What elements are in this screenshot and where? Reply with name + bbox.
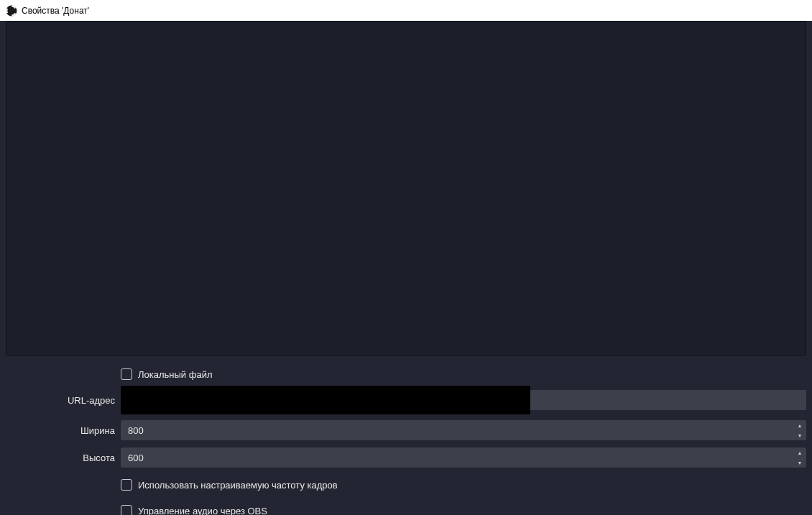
preview-area [6,21,806,356]
audio-obs-checkbox[interactable] [121,505,132,515]
height-label: Высота [6,453,121,463]
url-redaction-mask [121,386,530,414]
custom-fps-label: Использовать настраиваемую частоту кадро… [138,480,338,491]
window-title: Свойства 'Донат' [22,6,89,16]
custom-fps-checkbox[interactable] [121,479,132,491]
audio-obs-label: Управление аудио через OBS [138,506,267,516]
width-step-up[interactable]: ▲ [793,420,806,430]
row-custom-fps: Использовать настраиваемую частоту кадро… [6,475,806,495]
properties-form: Локальный файл URL-адрес Ширина ▲ ▼ Высо… [0,356,812,515]
height-input[interactable] [121,447,806,468]
local-file-label: Локальный файл [138,369,213,380]
row-url: URL-адрес [6,390,806,410]
width-step-down[interactable]: ▼ [793,430,806,440]
url-label: URL-адрес [6,395,121,406]
height-step-up[interactable]: ▲ [793,447,806,458]
titlebar: Свойства 'Донат' [0,0,812,21]
row-width: Ширина ▲ ▼ [6,420,806,440]
obs-icon [6,5,17,17]
row-local-file: Локальный файл [6,364,806,384]
local-file-checkbox[interactable] [121,368,132,380]
width-input[interactable] [121,420,806,440]
row-audio-obs: Управление аудио через OBS [6,501,806,515]
height-step-down[interactable]: ▼ [793,458,806,468]
row-height: Высота ▲ ▼ [6,447,806,468]
width-label: Ширина [6,425,121,436]
